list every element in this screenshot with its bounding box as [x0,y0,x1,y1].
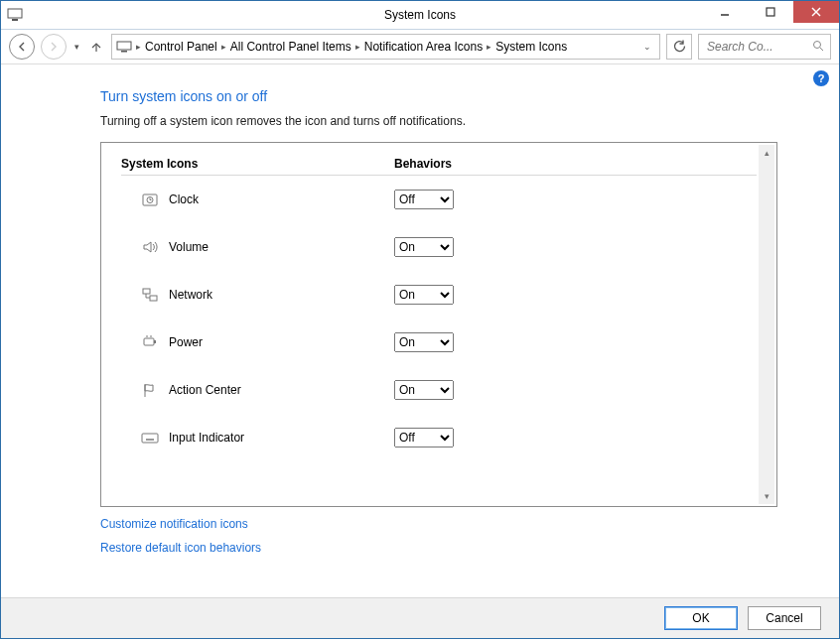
row-label: Action Center [169,383,241,397]
breadcrumb-label: System Icons [495,40,567,54]
up-button[interactable] [87,38,105,56]
breadcrumb-item[interactable]: System Icons [495,40,567,54]
breadcrumb-item[interactable]: All Control Panel Items▸ [230,40,360,54]
scrollbar[interactable]: ▴ ▾ [759,145,774,504]
row-label: Power [169,335,203,349]
power-icon [141,333,159,351]
app-icon [7,7,23,23]
breadcrumb-label: Control Panel [145,40,217,54]
svg-rect-21 [154,340,156,343]
row-power: Power On [121,319,757,366]
row-label: Network [169,288,212,302]
breadcrumb-item[interactable]: Notification Area Icons▸ [364,40,491,54]
scroll-down-icon[interactable]: ▾ [759,488,774,504]
behavior-select-action-center[interactable]: On [394,380,454,400]
chevron-right-icon: ▸ [136,42,141,52]
svg-rect-17 [150,296,157,301]
row-action-center: Action Center On [121,366,757,414]
behavior-select-volume[interactable]: On [394,237,454,257]
behavior-select-input-indicator[interactable]: Off [394,428,454,447]
svg-rect-16 [143,289,150,294]
restore-defaults-link[interactable]: Restore default icon behaviors [100,541,817,555]
breadcrumb-item[interactable]: Control Panel▸ [145,40,226,54]
customize-link[interactable]: Customize notification icons [100,517,817,531]
svg-rect-7 [117,42,131,50]
flag-icon [141,381,159,399]
help-icon[interactable]: ? [813,70,829,86]
breadcrumb-label: Notification Area Icons [364,40,483,54]
behavior-select-network[interactable]: On [394,285,454,305]
row-clock: Clock Off [121,176,757,223]
row-label: Input Indicator [169,431,244,445]
back-button[interactable] [9,34,35,60]
footer: OK Cancel [1,597,839,638]
refresh-button[interactable] [666,34,692,60]
volume-icon [141,238,159,256]
close-button[interactable] [793,1,839,23]
navbar: ▾ ▸ Control Panel▸ All Control Panel Ite… [1,30,839,64]
svg-point-9 [814,41,821,48]
settings-panel: System Icons Behaviors Clock Off Volume … [100,142,777,507]
row-label: Volume [169,240,209,254]
svg-rect-3 [767,8,774,16]
row-input-indicator: Input Indicator Off [121,414,757,461]
svg-line-10 [820,48,823,51]
svg-rect-0 [8,9,22,18]
ok-button[interactable]: OK [664,606,738,630]
page-title: Turn system icons on or off [100,88,817,104]
forward-button[interactable] [41,34,67,60]
search-box[interactable] [698,34,831,60]
links-area: Customize notification icons Restore def… [100,517,817,555]
column-header-behaviors: Behaviors [394,157,452,171]
scroll-up-icon[interactable]: ▴ [759,145,774,161]
row-label: Clock [169,192,199,206]
search-input[interactable] [705,39,812,55]
recent-locations-dropdown[interactable]: ▾ [72,42,81,52]
keyboard-icon [141,429,159,447]
address-bar[interactable]: ▸ Control Panel▸ All Control Panel Items… [111,34,660,60]
behavior-select-power[interactable]: On [394,332,454,352]
chevron-right-icon: ▸ [487,42,491,52]
svg-rect-20 [144,338,154,345]
column-header-icons: System Icons [121,157,394,171]
svg-marker-15 [144,242,151,252]
computer-icon [116,40,132,54]
svg-rect-25 [142,434,158,443]
maximize-button[interactable] [748,1,793,23]
panel-header: System Icons Behaviors [121,157,757,176]
page-subtitle: Turning off a system icon removes the ic… [100,114,817,128]
row-volume: Volume On [121,223,757,271]
breadcrumb-label: All Control Panel Items [230,40,351,54]
cancel-button[interactable]: Cancel [748,606,821,630]
minimize-button[interactable] [702,1,748,23]
content-area: ? Turn system icons on or off Turning of… [1,64,839,597]
svg-rect-1 [12,19,18,21]
svg-rect-8 [121,51,127,53]
titlebar: System Icons [1,1,839,30]
behavior-select-clock[interactable]: Off [394,190,454,209]
chevron-right-icon: ▸ [355,42,360,52]
network-icon [141,286,159,304]
address-dropdown[interactable]: ⌄ [639,42,655,52]
window-root: System Icons ▾ ▸ Control Panel▸ All Cont… [0,0,840,639]
chevron-right-icon: ▸ [221,42,226,52]
clock-icon [141,191,159,208]
search-icon [812,40,824,55]
row-network: Network On [121,271,757,319]
